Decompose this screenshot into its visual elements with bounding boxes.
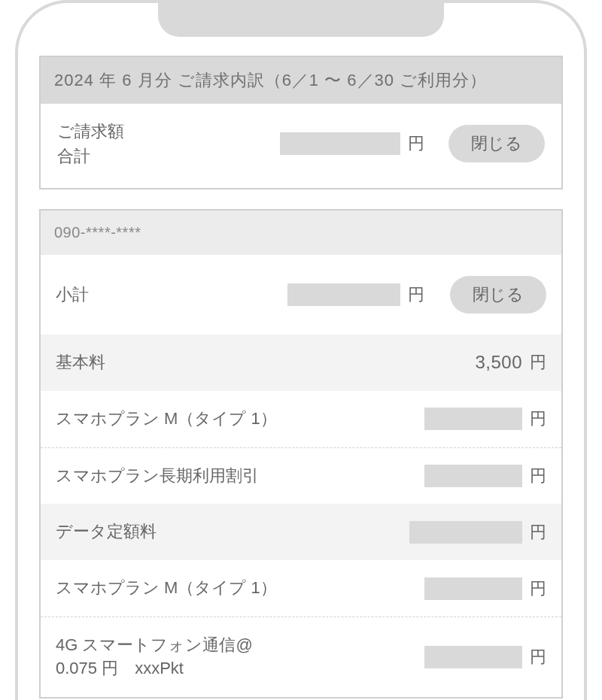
category-row-basic-fee: 基本料 3,500 円 xyxy=(41,335,561,391)
billing-detail-card: 090-****-**** 小計 円 閉じる 基本料 3,500 円 xyxy=(39,209,563,698)
total-label-line1: ご請求額 xyxy=(57,119,124,144)
phone-notch xyxy=(158,3,444,37)
billing-summary-card: 2024 年 6 月分 ご請求内訳（6／1 〜 6／30 ご利用分） ご請求額 … xyxy=(39,56,563,189)
close-summary-button[interactable]: 閉じる xyxy=(448,125,545,162)
line-item-row: 4G スマートフォン通信@ 0.075 円 xxxPkt 円 xyxy=(41,617,561,697)
category-amount-basic-fee: 3,500 xyxy=(475,352,522,373)
screen-content: 2024 年 6 月分 ご請求内訳（6／1 〜 6／30 ご利用分） ご請求額 … xyxy=(39,56,563,700)
line-item-yen-unit: 円 xyxy=(530,465,546,487)
category-value-basic-fee: 3,500 円 xyxy=(475,351,546,374)
line-item-row: スマホプラン長期利用割引 円 xyxy=(41,447,561,505)
close-subtotal-button[interactable]: 閉じる xyxy=(450,276,546,314)
line-item-value: 円 xyxy=(424,465,546,487)
line-item-value: 円 xyxy=(424,646,546,668)
subtotal-value: 円 xyxy=(287,283,424,306)
total-yen-unit: 円 xyxy=(408,132,424,155)
category-yen-data-fee: 円 xyxy=(530,521,546,544)
category-row-data-fee: データ定額料 円 xyxy=(41,504,561,560)
category-value-data-fee: 円 xyxy=(409,521,546,544)
line-item-amount-masked xyxy=(424,408,522,430)
line-item-label: 4G スマートフォン通信@ 0.075 円 xxxPkt xyxy=(56,634,415,680)
total-label: ご請求額 合計 xyxy=(57,119,124,168)
billing-period-header: 2024 年 6 月分 ご請求内訳（6／1 〜 6／30 ご利用分） xyxy=(41,57,561,104)
category-yen-basic-fee: 円 xyxy=(530,351,546,374)
line-item-yen-unit: 円 xyxy=(530,646,546,668)
line-item-amount-masked xyxy=(424,465,522,487)
total-label-line2: 合計 xyxy=(57,144,124,168)
subtotal-label: 小計 xyxy=(56,283,278,307)
line-item-value: 円 xyxy=(424,577,546,600)
line-item-label: スマホプラン M（タイプ 1） xyxy=(56,408,415,431)
category-label-data-fee: データ定額料 xyxy=(56,520,400,544)
line-item-yen-unit: 円 xyxy=(530,408,546,430)
category-label-basic-fee: 基本料 xyxy=(56,351,466,374)
line-item-row: スマホプラン M（タイプ 1） 円 xyxy=(41,560,561,617)
line-item-row: スマホプラン M（タイプ 1） 円 xyxy=(41,391,561,447)
line-item-label: スマホプラン長期利用割引 xyxy=(56,465,415,488)
line-item-amount-masked xyxy=(424,646,522,668)
total-amount-zone: 円 xyxy=(135,132,424,155)
line-item-amount-masked xyxy=(424,577,522,600)
line-item-label: スマホプラン M（タイプ 1） xyxy=(56,577,415,600)
subtotal-amount-masked xyxy=(287,283,400,306)
subtotal-row: 小計 円 閉じる xyxy=(41,255,561,335)
category-amount-data-fee-masked xyxy=(409,521,522,544)
phone-frame: 2024 年 6 月分 ご請求内訳（6／1 〜 6／30 ご利用分） ご請求額 … xyxy=(15,0,587,700)
subtotal-yen-unit: 円 xyxy=(408,283,424,306)
total-amount-masked xyxy=(280,132,400,155)
line-item-value: 円 xyxy=(424,408,546,430)
phone-number-bar: 090-****-**** xyxy=(41,211,561,255)
billing-summary-body: ご請求額 合計 円 閉じる xyxy=(41,104,561,188)
line-item-yen-unit: 円 xyxy=(530,577,546,600)
